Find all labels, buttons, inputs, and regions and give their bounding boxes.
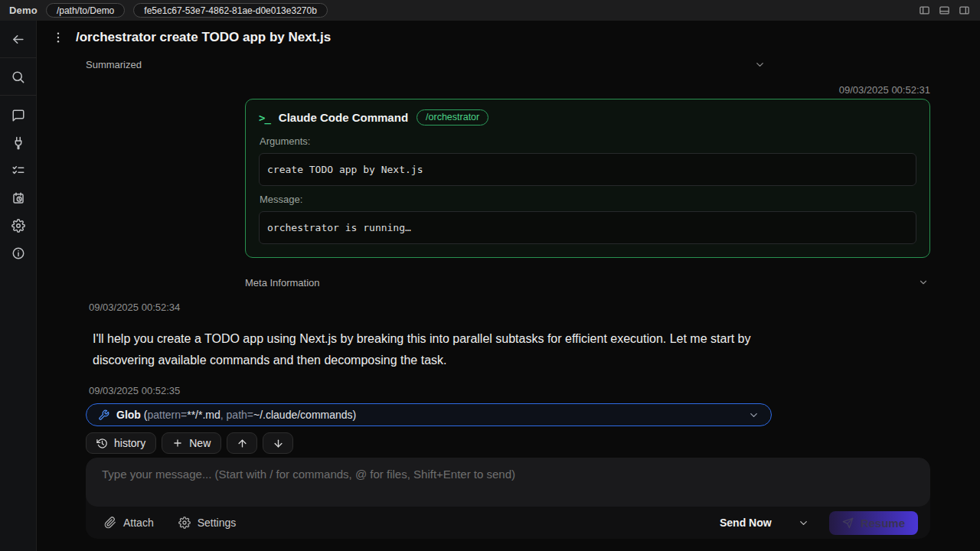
send-controls: Send Now Resume [712,511,918,535]
settings-button-label: Settings [198,517,237,529]
tool-param-key: pattern= [147,409,187,421]
history-button[interactable]: history [86,432,156,454]
settings-button[interactable]: Settings [178,517,237,529]
message-label: Message: [260,194,916,205]
new-session-button-label: New [189,437,211,449]
wrench-icon [98,409,109,421]
gear-icon [178,517,191,529]
main-panel: /orchestrator create TODO app by Next.js… [37,21,980,551]
scroll-down-button[interactable] [263,432,293,454]
meta-information-label: Meta Information [245,277,320,289]
assistant-timestamp: 09/03/2025 00:52:34 [89,302,930,313]
assistant-message: I'll help you create a TODO app using Ne… [93,328,769,371]
chevron-down-icon [754,59,766,70]
chat-toolbar: history New [86,432,980,454]
sidebar-back-button[interactable] [0,21,37,57]
window-titlebar: Demo /path/to/Demo fe5e1c67-53e7-4862-81… [0,0,980,21]
toggle-left-panel-button[interactable] [917,4,931,18]
glob-tool-call-row[interactable]: Glob (pattern=**/*.md, path=~/.claude/co… [86,403,772,426]
sidebar-settings-button[interactable] [0,212,37,240]
layout-bottom-icon [939,5,950,16]
summarized-collapse-row[interactable]: Summarized [69,54,773,74]
toggle-bottom-panel-button[interactable] [937,4,951,18]
scroll-up-button[interactable] [227,432,257,454]
message-input-wrapper [86,458,930,507]
page-title: /orchestrator create TODO app by Next.js [76,30,331,45]
kebab-menu-icon [51,31,65,44]
sidebar-chat-button[interactable] [0,102,37,129]
tool-call-summary: Glob (pattern=**/*.md, path=~/.claude/co… [116,409,356,421]
arrow-down-icon [273,438,284,449]
checklist-icon [11,164,25,178]
sidebar-info-button[interactable] [0,240,37,267]
calendar-clock-icon [11,191,25,205]
tool-timestamp: 09/03/2025 00:52:35 [89,385,930,396]
sidebar-divider [0,95,37,96]
tab-session-id-label: fe5e1c67-53e7-4862-81ae-d0e013e3270b [144,5,317,16]
sidebar [0,21,37,551]
composer-footer: Attach Settings Send Now [86,507,930,539]
tab-project-path-label: /path/to/Demo [57,5,114,16]
sidebar-plug-button[interactable] [0,129,37,157]
paperclip-icon [104,517,116,529]
arguments-field[interactable]: create TODO app by Next.js [259,153,916,186]
app-title: Demo [9,5,38,16]
new-session-button[interactable]: New [162,432,221,454]
history-icon [96,438,108,449]
info-icon [11,246,25,260]
command-card-title: Claude Code Command [279,111,408,124]
tool-param-key: path= [227,409,253,421]
tool-param-value: ~/.claude/commands [253,409,353,421]
tab-project-path[interactable]: /path/to/Demo [46,3,125,18]
app-body: /orchestrator create TODO app by Next.js… [0,21,980,551]
sidebar-calendar-button[interactable] [0,184,37,212]
chevron-down-icon [918,277,929,288]
conversation-header: /orchestrator create TODO app by Next.js [37,21,980,54]
chat-bubble-icon [11,109,25,122]
chat-scroll-area: Summarized 09/03/2025 00:52:31 >_ Claude… [37,54,980,428]
command-badge: /orchestrator [416,109,488,126]
window-layout-controls [917,4,971,18]
resume-button[interactable]: Resume [829,511,918,535]
chevron-down-icon [748,409,760,421]
history-button-label: history [114,437,145,449]
conversation-menu-button[interactable] [50,29,67,46]
attach-button-label: Attach [123,517,154,529]
plus-icon [172,438,183,448]
message-composer: Attach Settings Send Now [86,458,930,539]
plug-icon [11,136,25,150]
chevron-down-icon [798,517,809,529]
search-icon [11,70,25,84]
meta-information-collapse-row[interactable]: Meta Information [245,274,930,291]
layout-left-icon [919,5,930,16]
gear-icon [11,219,25,233]
message-field[interactable]: orchestrator is running… [259,211,916,244]
arrow-left-icon [11,32,25,47]
sidebar-search-button[interactable] [0,58,37,95]
layout-right-icon [959,5,970,16]
send-now-button[interactable]: Send Now [712,512,779,533]
send-icon [842,517,854,529]
attach-button[interactable]: Attach [104,517,154,529]
tool-name: Glob [116,409,141,421]
claude-code-command-card: >_ Claude Code Command /orchestrator Arg… [245,99,930,258]
summarized-label: Summarized [86,59,142,70]
command-card-header: >_ Claude Code Command /orchestrator [259,109,916,126]
tab-session-id[interactable]: fe5e1c67-53e7-4862-81ae-d0e013e3270b [133,3,328,18]
arguments-label: Arguments: [260,135,916,147]
tool-param-value: **/*.md [187,409,220,421]
arrow-up-icon [237,438,248,449]
command-timestamp: 09/03/2025 00:52:31 [245,84,930,96]
sidebar-nav-group [0,102,37,267]
message-input[interactable] [102,468,914,497]
send-mode-dropdown-button[interactable] [782,513,820,533]
sidebar-checklist-button[interactable] [0,157,37,184]
resume-button-label: Resume [861,517,905,530]
toggle-right-panel-button[interactable] [957,4,971,18]
terminal-icon: >_ [259,112,270,124]
